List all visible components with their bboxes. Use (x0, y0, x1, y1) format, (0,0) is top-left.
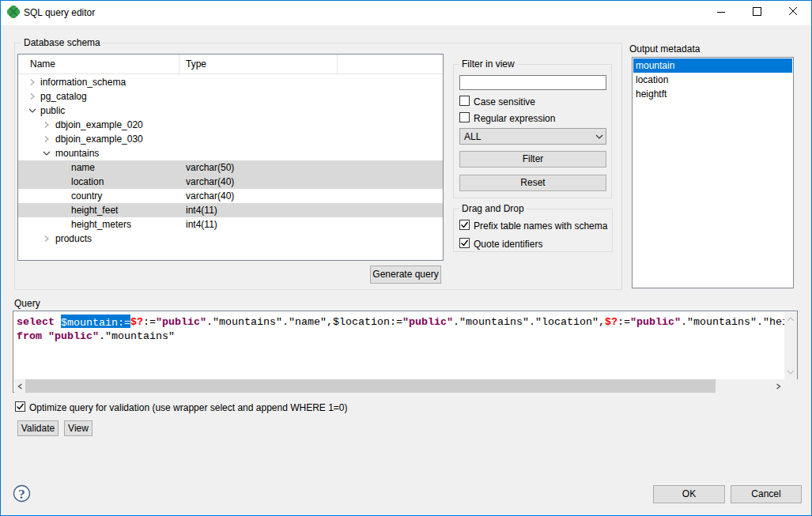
svg-text:?: ? (18, 487, 25, 502)
